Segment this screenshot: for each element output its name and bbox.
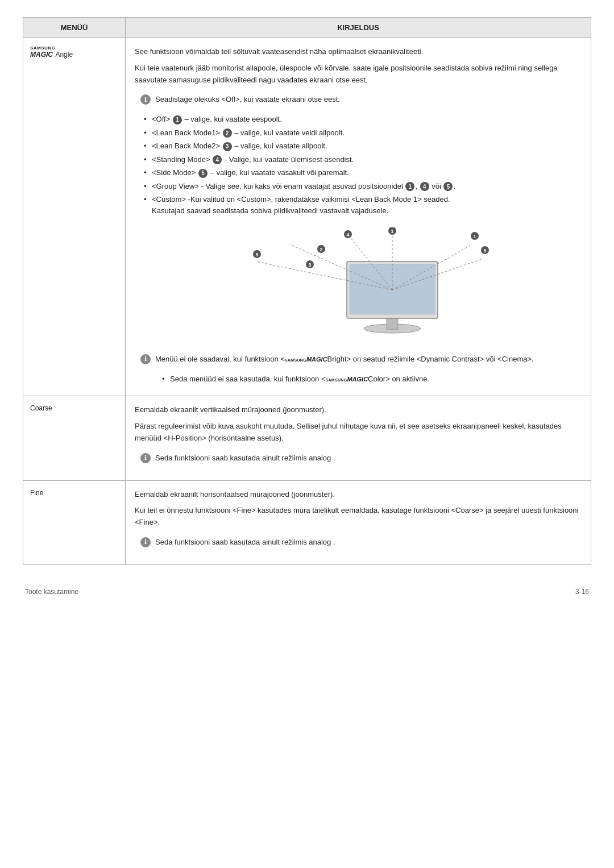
svg-text:1: 1 (391, 229, 393, 234)
angle-note1-text: Seadistage olekuks <Off>, kui vaatate ek… (155, 94, 340, 106)
main-table: MENÜÜ KIRJELDUS SAMSUNG MAGIC Angle See … (23, 17, 591, 565)
fine-note-icon (140, 537, 151, 547)
menu-cell-fine: Fine (23, 481, 126, 564)
row-fine: Fine Eemaldab ekraanilt horisontaalsed m… (23, 481, 591, 564)
circle-3: 3 (223, 142, 232, 151)
angle-intro1: See funktsioon võimaldab teil sõltuvalt … (135, 46, 582, 58)
coarse-note-box: Seda funktsiooni saab kasutada ainult re… (135, 449, 582, 468)
desc-cell-coarse: Eemaldab ekraanilt vertikaalsed mürajoon… (126, 396, 591, 480)
svg-text:2: 2 (320, 247, 322, 252)
footer-right: 3-16 (575, 588, 589, 596)
coarse-intro2: Pärast reguleerimist võib kuva asukoht m… (135, 421, 582, 445)
samsung-magic-logo: SAMSUNG MAGIC (30, 46, 55, 59)
svg-text:3: 3 (308, 262, 311, 268)
svg-text:4: 4 (346, 232, 349, 238)
fine-note-box: Seda funktsiooni saab kasutada ainult re… (135, 533, 582, 552)
bullet-1: <Off> 1 – valige, kui vaatate eespoolt. (144, 114, 582, 125)
circle-6c: 5 (443, 182, 453, 191)
circle-6b: 4 (420, 182, 429, 191)
coarse-label: Coarse (30, 404, 52, 412)
circle-1: 1 (173, 115, 182, 124)
row-coarse: Coarse Eemaldab ekraanilt vertikaalsed m… (23, 396, 591, 480)
circle-6a: 1 (405, 182, 414, 191)
svg-text:1: 1 (473, 234, 476, 239)
footer-left: Toote kasutamine (25, 588, 78, 596)
angle-bullets: <Off> 1 – valige, kui vaatate eespoolt. … (144, 114, 582, 216)
angle-label: Angle (55, 51, 73, 59)
header-menu: MENÜÜ (23, 18, 126, 38)
angle-note3-wrapper: Seda menüüd ei saa kasutada, kui funktsi… (153, 373, 582, 385)
fine-note-text: Seda funktsiooni saab kasutada ainult re… (155, 537, 335, 549)
bullet-5: <Side Mode> 5 – valige, kui vaatate vasa… (144, 167, 582, 178)
circle-5: 5 (198, 169, 208, 178)
bullet-3: <Lean Back Mode2> 3 – valige, kui vaatat… (144, 140, 582, 152)
angle-diagram-svg: 4 1 5 1 2 3 (222, 227, 495, 341)
note2-icon (140, 354, 151, 364)
angle-note2-text: Menüü ei ole saadaval, kui funktsioon <S… (155, 354, 534, 366)
angle-note3-text: Seda menüüd ei saa kasutada, kui funktsi… (162, 373, 582, 385)
bullet-7: <Custom> -Kui valitud on <Custom>, raken… (144, 194, 582, 216)
bullet-2: <Lean Back Mode1> 2 – valige, kui vaatat… (144, 127, 582, 139)
bullet-4: <Standing Mode> 4 - Valige, kui vaatate … (144, 154, 582, 165)
angle-diagram: 4 1 5 1 2 3 (135, 227, 582, 341)
header-desc: KIRJELDUS (126, 18, 591, 38)
circle-2: 2 (223, 128, 232, 138)
fine-intro2: Kui teil ei õnnestu funktsiooni <Fine> k… (135, 505, 582, 529)
table-header: MENÜÜ KIRJELDUS (23, 18, 591, 38)
note1-icon (140, 94, 151, 105)
row-samsung-magic-angle: SAMSUNG MAGIC Angle See funktsioon võima… (23, 38, 591, 396)
circle-4: 4 (213, 155, 222, 164)
desc-cell-angle: See funktsioon võimaldab teil sõltuvalt … (126, 38, 591, 396)
coarse-intro1: Eemaldab ekraanilt vertikaalsed mürajoon… (135, 404, 582, 416)
angle-note2-box: Menüü ei ole saadaval, kui funktsioon <S… (135, 350, 582, 369)
angle-note1-box: Seadistage olekuks <Off>, kui vaatate ek… (135, 90, 582, 109)
menu-cell-coarse: Coarse (23, 396, 126, 480)
angle-note3-list: Seda menüüd ei saa kasutada, kui funktsi… (162, 373, 582, 385)
svg-text:5: 5 (255, 252, 258, 258)
menu-cell-angle: SAMSUNG MAGIC Angle (23, 38, 126, 396)
angle-intro2: Kui teie vaatenurk jääb monitorist allap… (135, 63, 582, 86)
coarse-note-icon (140, 453, 151, 463)
page-footer: Toote kasutamine 3-16 (23, 588, 591, 596)
fine-label: Fine (30, 489, 43, 497)
desc-cell-fine: Eemaldab ekraanilt horisontaalsed mürajo… (126, 481, 591, 564)
coarse-note-text: Seda funktsiooni saab kasutada ainult re… (155, 452, 335, 464)
fine-intro1: Eemaldab ekraanilt horisontaalsed mürajo… (135, 489, 582, 501)
bullet-6: <Group View> - Valige see, kui kaks või … (144, 181, 582, 192)
magic-text: MAGIC (30, 51, 55, 59)
svg-text:5: 5 (483, 248, 486, 254)
